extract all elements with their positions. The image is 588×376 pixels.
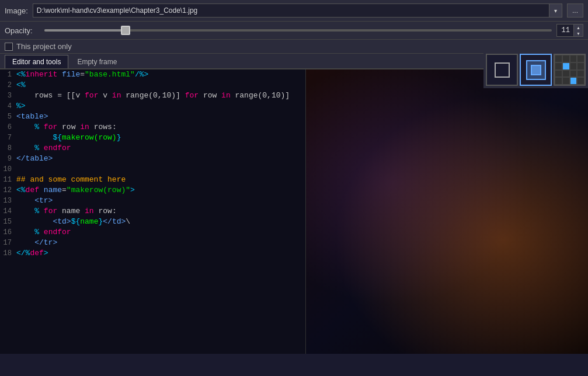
line-number: 16 — [0, 227, 16, 238]
background-panel — [306, 69, 588, 354]
line-content: </%def> — [16, 248, 48, 259]
line-content: <td>${name}</td>\ — [16, 217, 130, 227]
line-number: 2 — [0, 80, 16, 90]
table-row: 4%> — [0, 101, 305, 112]
slider-fill — [44, 29, 126, 32]
grid-cell — [577, 55, 584, 62]
table-row: 11## and some comment here — [0, 175, 305, 185]
line-number: 13 — [0, 196, 16, 206]
image-dropdown-button[interactable]: ▾ — [549, 4, 562, 18]
grid-cell — [555, 62, 562, 70]
table-row: 13 <tr> — [0, 196, 305, 206]
line-number: 9 — [0, 154, 16, 164]
opacity-down-button[interactable]: ▼ — [573, 30, 583, 36]
line-number: 3 — [0, 90, 16, 101]
image-input-wrap: ▾ — [33, 4, 562, 18]
image-bar: Image: ▾ ... — [0, 0, 588, 22]
square-outline-icon — [490, 58, 514, 82]
grid-cell — [555, 77, 562, 85]
thumbnail-2[interactable] — [520, 54, 552, 86]
opacity-label: Opacity: — [5, 26, 40, 35]
table-row: 18</%def> — [0, 248, 305, 259]
thumbnail-3[interactable] — [554, 54, 586, 86]
line-number: 5 — [0, 112, 16, 122]
grid-cell — [562, 55, 570, 62]
table-row: 14 % for name in row: — [0, 206, 305, 217]
table-row: 15 <td>${name}</td>\ — [0, 217, 305, 227]
opacity-bar: Opacity: 11 ▲ ▼ — [0, 22, 588, 40]
grid-cell — [562, 70, 570, 78]
line-content: ${makerow(row)} — [16, 133, 121, 143]
line-number: 10 — [0, 164, 16, 175]
opacity-slider[interactable] — [44, 26, 552, 35]
line-number: 17 — [0, 238, 16, 248]
grid-cell — [562, 62, 570, 70]
grid-cell — [562, 77, 570, 85]
more-button[interactable]: ... — [567, 4, 583, 18]
project-only-checkbox[interactable] — [5, 43, 13, 51]
svg-rect-3 — [531, 65, 541, 75]
line-number: 8 — [0, 143, 16, 154]
project-only-bar: This project only — [0, 40, 588, 54]
table-row: 12<%def name="makerow(row)"> — [0, 185, 305, 196]
line-number: 1 — [0, 69, 16, 80]
table-row: 9</table> — [0, 154, 305, 164]
background-image — [306, 69, 588, 354]
table-row: 6 % for row in rows: — [0, 122, 305, 133]
table-row: 5<table> — [0, 112, 305, 122]
table-row: 1<%inherit file="base.html"/%> — [0, 69, 305, 80]
table-row: 16 % endfor — [0, 227, 305, 238]
table-row: 7 ${makerow(row)} — [0, 133, 305, 143]
opacity-up-button[interactable]: ▲ — [573, 25, 583, 30]
opacity-spinners: ▲ ▼ — [573, 25, 583, 36]
line-content: % endfor — [16, 227, 71, 238]
line-content: % for row in rows: — [16, 122, 117, 133]
line-number: 7 — [0, 133, 16, 143]
grid-cell — [555, 55, 562, 62]
line-number: 18 — [0, 248, 16, 259]
line-content: <%def name="makerow(row)"> — [16, 185, 135, 196]
image-path-input[interactable] — [33, 4, 549, 18]
grid-cell — [577, 62, 584, 70]
opacity-value-wrap: 11 ▲ ▼ — [556, 24, 583, 37]
table-row: 8 % endfor — [0, 143, 305, 154]
line-content: <table> — [16, 112, 48, 122]
grid-cell — [570, 62, 577, 70]
line-content: </tr> — [16, 238, 57, 248]
line-content: <% — [16, 80, 26, 90]
line-content: ## and some comment here — [16, 175, 126, 185]
table-row: 2<% — [0, 80, 305, 90]
table-row: 3 rows = [[v for v in range(0,10)] for r… — [0, 90, 305, 101]
table-row: 10 — [0, 164, 305, 175]
line-number: 12 — [0, 185, 16, 196]
project-only-label: This project only — [16, 42, 72, 51]
tab-empty-frame[interactable]: Empty frame — [69, 55, 124, 68]
grid-cell — [570, 77, 577, 85]
table-row: 17 </tr> — [0, 238, 305, 248]
line-number: 14 — [0, 206, 16, 217]
line-number: 6 — [0, 122, 16, 133]
line-content: %> — [16, 101, 26, 112]
line-content: rows = [[v for v in range(0,10)] for row… — [16, 90, 290, 101]
opacity-value: 11 — [557, 25, 573, 36]
line-content: % for name in row: — [16, 206, 117, 217]
main-area: 1<%inherit file="base.html"/%>2<%3 rows … — [0, 69, 588, 354]
thumbnails-panel — [483, 51, 588, 88]
thumbnail-1[interactable] — [486, 54, 518, 86]
grid-cell — [577, 77, 584, 85]
image-label: Image: — [5, 6, 28, 15]
line-number: 11 — [0, 175, 16, 185]
tab-editor-and-tools[interactable]: Editor and tools — [5, 55, 68, 68]
slider-thumb[interactable] — [121, 26, 130, 35]
line-number: 4 — [0, 101, 16, 112]
nested-square-icon — [524, 58, 548, 82]
code-panel: 1<%inherit file="base.html"/%>2<%3 rows … — [0, 69, 306, 354]
svg-rect-0 — [495, 63, 509, 77]
grid-cell — [555, 70, 562, 78]
grid-cell — [577, 70, 584, 78]
line-content: </table> — [16, 154, 53, 164]
line-number: 15 — [0, 217, 16, 227]
line-content: <tr> — [16, 196, 53, 206]
grid-cell — [570, 55, 577, 62]
line-content: % endfor — [16, 143, 71, 154]
